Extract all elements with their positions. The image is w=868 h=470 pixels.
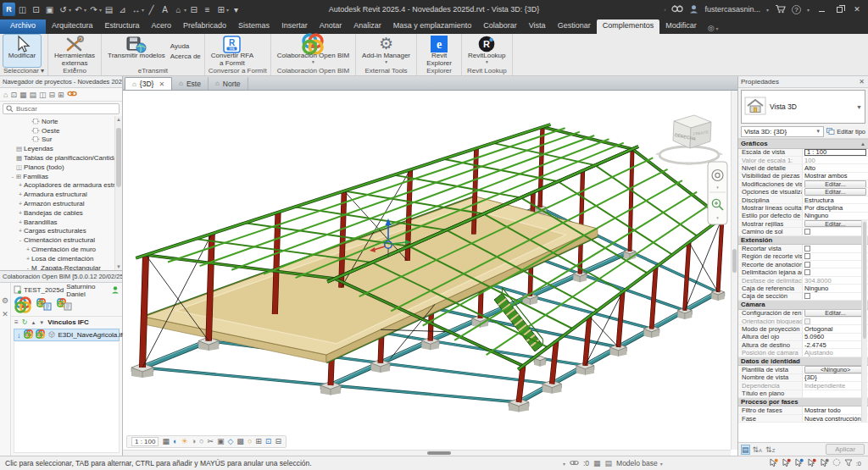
grid2-icon[interactable]: ▤	[30, 91, 37, 99]
collapse-left-icon[interactable]: ‹	[664, 7, 665, 12]
app-button-icon[interactable]: R	[3, 3, 15, 16]
link-status-icon[interactable]	[570, 459, 579, 468]
expander-icon[interactable]: -	[9, 174, 16, 180]
reveal-hidden-icon[interactable]: ○	[248, 438, 252, 445]
browser-search-input[interactable]	[16, 105, 116, 113]
transmitir-modelos-button[interactable]: Transmitir modelos	[105, 35, 168, 67]
worksets-caret-icon[interactable]: ▾	[563, 461, 565, 467]
customize-qat-icon[interactable]: ▾	[230, 3, 242, 16]
redo-icon[interactable]: ↷	[87, 3, 100, 16]
ribbon-state-icon[interactable]: ◎	[708, 24, 715, 32]
home-icon[interactable]: ⌂	[3, 91, 8, 99]
rendering-dialog-icon[interactable]: ○	[199, 438, 203, 445]
acerca-de-button[interactable]: Acerca de	[170, 53, 201, 60]
section-proceso-por-fases[interactable]: Proceso por fases▲	[738, 398, 868, 407]
user-menu-caret-icon[interactable]: ▾	[766, 7, 769, 13]
ifc-link-row[interactable]: ↓ E3DI_NaveAgricola.ifc	[14, 329, 120, 341]
tree-item-oeste[interactable]: Oeste	[0, 126, 122, 135]
ribbon-state-caret-icon[interactable]: ▾	[716, 25, 719, 31]
tree-item-cimentación-de-muro[interactable]: +Cimentación de muro	[0, 245, 122, 254]
modificar-button[interactable]: Modificar	[3, 35, 41, 67]
download-icon[interactable]: ↓	[17, 331, 21, 340]
grid1-icon[interactable]: ▦	[19, 91, 27, 99]
select-pinned-toggle-icon[interactable]	[794, 458, 804, 469]
drawing-canvas[interactable]: DERECHAFRENTE▾▾ 1 : 100▦◐☀◑○✂▣◇▩○⊞⊡⊟	[123, 90, 737, 456]
detail-level-icon[interactable]: ▦	[162, 438, 170, 445]
tab-anotar[interactable]: Anotar	[314, 19, 348, 34]
expander-icon[interactable]: +	[17, 201, 24, 207]
section-datos-de-identidad[interactable]: Datos de identidad▲	[738, 357, 868, 367]
expander-icon[interactable]: +	[17, 219, 24, 225]
new-file-icon[interactable]: ◫	[16, 3, 29, 16]
undo-icon[interactable]: ↶	[72, 3, 85, 16]
tab-gestionar[interactable]: Gestionar	[552, 19, 597, 34]
visual-style-icon[interactable]: ◐	[173, 438, 177, 445]
type-selector[interactable]: Vista 3D ▼	[741, 90, 865, 124]
expander-icon[interactable]: +	[17, 228, 24, 234]
analytical-model-icon[interactable]: ⊡	[265, 438, 272, 445]
background-processes-icon[interactable]	[832, 458, 841, 468]
sync-icon[interactable]: ↺	[57, 3, 70, 16]
section-gráficos[interactable]: Gráficos▲	[738, 140, 868, 149]
tab-analizar[interactable]: Analizar	[348, 19, 387, 34]
help-icon[interactable]: ?	[792, 5, 801, 14]
switch-windows-caret-icon[interactable]: ▾	[226, 7, 229, 13]
constraints-icon[interactable]: ⊟	[275, 438, 281, 445]
crop-region-icon[interactable]: ▣	[217, 438, 225, 445]
print-icon[interactable]: ▤	[103, 3, 115, 16]
value-input[interactable]: 1 : 100	[804, 149, 866, 156]
revitlookup-button[interactable]: RRevitLookup▾	[465, 35, 508, 67]
add-in-manager-button[interactable]: ⚙Add-in Manager▾	[359, 35, 413, 67]
model-line-icon[interactable]: ╱	[145, 3, 158, 16]
user-avatar-icon[interactable]	[689, 4, 698, 15]
3d-model-view[interactable]: DERECHAFRENTE▾▾	[123, 91, 731, 456]
tree-item-familias[interactable]: -⊞Familias	[0, 172, 122, 181]
sheets-icon[interactable]: ◫	[39, 91, 47, 99]
views-icon[interactable]: ⊡	[10, 91, 17, 99]
link-icon[interactable]	[67, 90, 77, 99]
openbim-disconnect-icon[interactable]: ✕	[2, 310, 8, 318]
tree-item-acopladores-de-armadura-estructural[interactable]: +Acopladores de armadura estructural	[0, 181, 122, 191]
view-scale[interactable]: 1 : 100	[131, 437, 159, 446]
shadows-icon[interactable]: ◑	[192, 438, 196, 445]
open-file-icon[interactable]: ⊡	[30, 3, 42, 16]
horizontal-scrollbar[interactable]	[123, 450, 731, 456]
close-view-icon[interactable]: ✕	[159, 80, 164, 88]
edit-button[interactable]: Editar...	[804, 180, 866, 187]
tree-item-sur[interactable]: Sur	[0, 135, 122, 145]
colaboración-open-bim-button[interactable]: Colaboración Open BIM▾	[275, 35, 352, 67]
design-options-icon[interactable]: ▤	[605, 459, 613, 467]
tree-item-cimentación-estructural[interactable]: -Cimentación estructural	[0, 235, 122, 245]
expander-icon[interactable]: -	[25, 265, 31, 270]
checkbox[interactable]	[804, 229, 810, 235]
checkbox[interactable]	[804, 246, 810, 252]
tree-item-losa-de-cimentación[interactable]: +Losa de cimentación	[0, 254, 122, 263]
browser-scrollbar[interactable]: ▲ ▼	[114, 116, 122, 270]
tab-insertar[interactable]: Insertar	[275, 19, 314, 34]
save-state-icon[interactable]: ⊟	[49, 91, 56, 99]
edit-button[interactable]: Editar...	[804, 310, 866, 317]
edit-button[interactable]: <Ninguno>	[804, 366, 866, 373]
sync-caret-icon[interactable]: ▾	[69, 7, 71, 13]
checkbox[interactable]	[804, 293, 810, 299]
checkbox[interactable]	[804, 262, 810, 268]
viewcube[interactable]: DERECHAFRENTE	[655, 115, 723, 165]
drag-on-selection-toggle-icon[interactable]	[820, 458, 829, 469]
expander-icon[interactable]: -	[17, 237, 24, 243]
section-extensión[interactable]: Extensión▲	[738, 236, 868, 246]
checkbox[interactable]	[804, 269, 810, 275]
tab-vista[interactable]: Vista	[523, 19, 552, 34]
tab-colaborar[interactable]: Colaborar	[477, 19, 523, 34]
tree-item-norte[interactable]: Norte	[0, 117, 122, 126]
sort-ascending-icon[interactable]: ⇅A	[753, 445, 763, 454]
aligned-dimension-caret-icon[interactable]: ▾	[142, 7, 144, 13]
design-options-dropdown[interactable]: Modelo base ▾	[616, 459, 663, 467]
edit-button[interactable]: Editar...	[804, 188, 866, 195]
signed-in-user[interactable]: fustercasasnin...	[704, 5, 760, 14]
browser-search-box[interactable]	[3, 103, 120, 114]
temporary-properties-icon[interactable]: ⊞	[255, 438, 262, 445]
search-icon[interactable]	[671, 4, 683, 14]
view-tab-norte[interactable]: ⌂Norte	[209, 77, 248, 90]
view-tab-3d[interactable]: ⌂{3D}✕	[125, 77, 172, 90]
tree-item-armazón-estructural[interactable]: +Armazón estructural	[0, 199, 122, 208]
